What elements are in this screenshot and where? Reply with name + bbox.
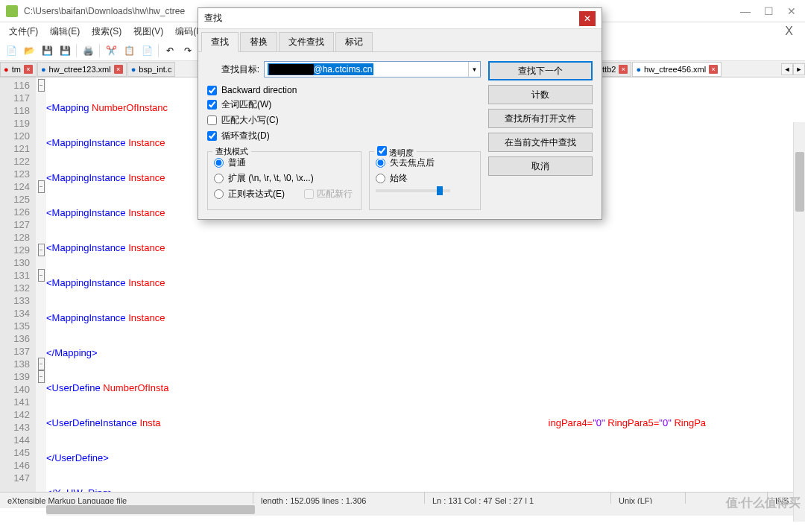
save-icon[interactable]: 💾 [39, 42, 55, 59]
transparency-slider[interactable] [376, 189, 450, 192]
find-target-input[interactable]: ███████@ha.ctcims.cn ▼ [264, 61, 481, 77]
dialog-title: 查找 [204, 12, 579, 25]
close-icon[interactable]: × [114, 65, 123, 74]
app-icon [6, 5, 18, 17]
radio-always[interactable]: 始终 [376, 172, 474, 185]
fold-gutter[interactable]: − − − − − − [36, 77, 46, 492]
find-next-button[interactable]: 查找下一个 [488, 61, 593, 80]
close-button[interactable]: ✕ [787, 5, 796, 17]
chk-match-newline[interactable]: 匹配新行 [304, 188, 353, 200]
tab-find[interactable]: 查找 [201, 32, 239, 52]
chk-wrap[interactable]: 循环查找(D) [207, 130, 481, 142]
paste-icon[interactable]: 📄 [139, 42, 155, 59]
menu-edit[interactable]: 编辑(E) [45, 24, 84, 39]
dropdown-icon[interactable]: ▼ [468, 62, 480, 77]
save-all-icon[interactable]: 💾 [57, 42, 73, 59]
tab-bspint[interactable]: ●bsp_int.c [127, 62, 176, 77]
radio-regex[interactable]: 正则表达式(E) 匹配新行 [214, 188, 355, 200]
tab-hwctree123[interactable]: ●hw_ctree123.xml× [37, 62, 127, 77]
new-file-icon[interactable]: 📄 [3, 42, 19, 59]
dialog-tabs: 查找 替换 文件查找 标记 [198, 29, 602, 52]
menu-file[interactable]: 文件(F) [4, 24, 42, 39]
minimize-button[interactable]: — [740, 5, 751, 17]
tab-close-x[interactable]: X [777, 25, 801, 38]
dialog-close-button[interactable]: ✕ [579, 11, 596, 26]
open-file-icon[interactable]: 📂 [21, 42, 37, 59]
close-icon[interactable]: × [24, 65, 33, 74]
tab-tm[interactable]: ●tm× [0, 62, 37, 77]
close-icon[interactable]: × [709, 65, 718, 74]
count-button[interactable]: 计数 [488, 85, 593, 104]
maximize-button[interactable]: ☐ [764, 5, 774, 17]
cut-icon[interactable]: ✂️ [103, 42, 119, 59]
radio-normal[interactable]: 普通 [214, 156, 355, 169]
transparency-group: 透明度 失去焦点后 始终 [369, 151, 481, 210]
search-mode-group: 查找模式 普通 扩展 (\n, \r, \t, \0, \x...) 正则表达式… [207, 151, 362, 210]
undo-icon[interactable]: ↶ [162, 42, 178, 59]
find-target-label: 查找目标: [207, 63, 259, 76]
tab-mark[interactable]: 标记 [335, 32, 373, 51]
find-dialog: 查找 ✕ 查找 替换 文件查找 标记 查找目标: ███████@ha.ctci… [198, 7, 602, 220]
menu-view[interactable]: 视图(V) [129, 24, 168, 39]
tab-scroll-left-icon[interactable]: ◄ [781, 63, 793, 75]
tab-hwctree456[interactable]: ●hw_ctree456.xml× [632, 62, 722, 77]
close-icon[interactable]: × [619, 65, 628, 74]
chk-matchcase[interactable]: 匹配大小写(C) [207, 114, 481, 127]
print-icon[interactable]: 🖨️ [80, 42, 96, 59]
find-all-open-button[interactable]: 查找所有打开文件 [488, 109, 593, 128]
radio-extended[interactable]: 扩展 (\n, \r, \t, \0, \x...) [214, 172, 355, 185]
cancel-button[interactable]: 取消 [488, 156, 593, 176]
chk-transparency[interactable] [377, 146, 387, 156]
horizontal-scrollbar[interactable] [46, 504, 793, 516]
tab-replace[interactable]: 替换 [240, 32, 277, 51]
copy-icon[interactable]: 📋 [121, 42, 137, 59]
find-in-current-button[interactable]: 在当前文件中查找 [488, 133, 593, 152]
tab-scroll-right-icon[interactable]: ► [793, 63, 805, 75]
line-number-gutter: 1161171181191201211221231241251261271281… [0, 77, 36, 492]
menu-search[interactable]: 搜索(S) [87, 24, 126, 39]
vertical-scrollbar[interactable] [793, 122, 805, 522]
tab-findinfiles[interactable]: 文件查找 [279, 32, 334, 51]
redo-icon[interactable]: ↷ [180, 42, 196, 59]
chk-wholeword[interactable]: 全词匹配(W) [207, 98, 481, 111]
dialog-titlebar[interactable]: 查找 ✕ [198, 8, 602, 29]
chk-backward[interactable]: Backward direction [207, 85, 481, 95]
